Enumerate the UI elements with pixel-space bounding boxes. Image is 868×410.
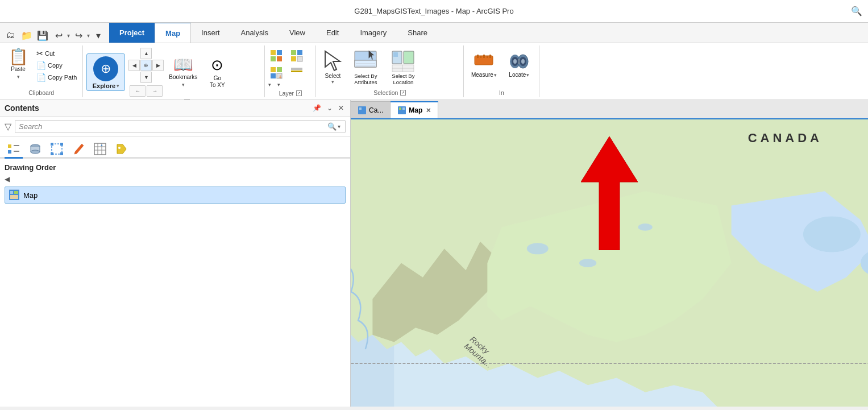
tree-expand-arrow[interactable]: ◀ xyxy=(5,175,10,183)
layer-tab-tag[interactable] xyxy=(113,140,131,159)
nav-down-button[interactable]: ▼ xyxy=(140,72,152,83)
collapse-button[interactable]: ⌄ xyxy=(325,103,334,113)
layer-drop2[interactable]: ▾ xyxy=(277,82,280,88)
selection-polygon-icon xyxy=(50,142,64,156)
layer-icon-1 xyxy=(269,49,283,63)
svg-point-38 xyxy=(513,59,517,64)
layer-btn-4[interactable] xyxy=(289,65,305,81)
drawing-order-section: Drawing Order ◀ Map xyxy=(0,159,350,208)
layer-group-content: + ▾ ▾ xyxy=(268,45,312,89)
measure-button[interactable]: Measure ▾ xyxy=(467,48,500,79)
tab-insert[interactable]: Insert xyxy=(191,22,231,43)
database-icon xyxy=(28,142,42,156)
bookmarks-button[interactable]: 📖 Bookmarks ▾ xyxy=(167,56,199,89)
main-area: Contents 📌 ⌄ ✕ ▽ 🔍 ▾ xyxy=(0,100,868,407)
svg-point-39 xyxy=(521,59,525,64)
open-button[interactable]: 📁 xyxy=(19,28,34,43)
catalog-icon xyxy=(358,106,367,115)
cut-button[interactable]: ✂ Cut xyxy=(34,48,79,59)
nav-back-button[interactable]: ← xyxy=(130,85,146,97)
close-panel-button[interactable]: ✕ xyxy=(337,103,346,113)
tab-analysis[interactable]: Analysis xyxy=(231,22,279,43)
select-by-location-button[interactable]: Select ByLocation xyxy=(385,48,421,87)
select-button[interactable]: Select ▾ xyxy=(319,48,346,86)
search-input[interactable] xyxy=(19,122,327,131)
svg-rect-40 xyxy=(8,144,11,148)
nav-up-button[interactable]: ▲ xyxy=(140,48,152,59)
table-icon: + xyxy=(93,142,107,156)
layer-tab-table[interactable]: + xyxy=(91,140,109,159)
paste-dropdown[interactable]: ▾ xyxy=(17,74,20,80)
map-tab-close[interactable]: ✕ xyxy=(426,107,431,114)
layer-group: + ▾ ▾ Layer ↗ xyxy=(265,45,316,97)
svg-point-75 xyxy=(527,243,549,254)
tab-map[interactable]: Map xyxy=(155,22,191,43)
layer-drop1[interactable]: ▾ xyxy=(268,82,271,88)
explore-dropdown[interactable]: ▾ xyxy=(117,83,119,89)
search-box[interactable]: 🔍 ▾ xyxy=(15,120,346,133)
redo-button[interactable]: ↪ xyxy=(71,28,86,43)
locate-button[interactable]: Locate ▾ xyxy=(502,48,535,79)
select-by-attributes-button[interactable]: Select ByAttributes xyxy=(348,48,383,87)
undo-button[interactable]: ↩ xyxy=(51,28,66,43)
goto-xy-button[interactable]: ⊙ GoTo XY xyxy=(202,55,232,90)
tag-icon xyxy=(115,142,128,156)
svg-text:+: + xyxy=(101,143,103,147)
search-icon[interactable]: 🔍 xyxy=(327,122,337,131)
catalog-tab[interactable]: Ca... xyxy=(351,101,391,118)
search-title-icon[interactable]: 🔍 xyxy=(851,6,862,16)
paste-label: Paste xyxy=(11,66,26,73)
cut-label: Cut xyxy=(45,50,55,57)
new-project-button[interactable]: 🗂 xyxy=(3,28,18,43)
selection-expand[interactable]: ↗ xyxy=(400,90,406,96)
tab-imagery[interactable]: Imagery xyxy=(350,22,397,43)
undo-dropdown[interactable]: ▾ xyxy=(67,32,70,39)
explore-button[interactable]: ⊕ Explore ▾ xyxy=(86,53,125,91)
svg-rect-30 xyxy=(483,55,485,58)
nav-left-button[interactable]: ◀ xyxy=(128,60,140,71)
tab-share[interactable]: Share xyxy=(397,22,438,43)
filter-icon[interactable]: ▽ xyxy=(5,121,11,132)
svg-rect-6 xyxy=(291,56,296,61)
customize-button[interactable]: ▾ xyxy=(91,28,106,43)
layer-btn-2[interactable] xyxy=(289,48,305,64)
tab-view[interactable]: View xyxy=(279,22,316,43)
bookmarks-dropdown[interactable]: ▾ xyxy=(182,82,185,88)
tab-project[interactable]: Project xyxy=(109,22,155,43)
map-tab-icon xyxy=(397,106,406,115)
paste-button[interactable]: 📋 Paste ▾ xyxy=(3,48,33,81)
svg-rect-29 xyxy=(480,56,481,58)
svg-point-77 xyxy=(638,223,653,231)
measure-dropdown[interactable]: ▾ xyxy=(494,72,497,78)
layer-tab-draw[interactable] xyxy=(69,140,88,159)
bookmarks-icon: 📖 xyxy=(173,57,193,73)
layer-tab-list[interactable] xyxy=(5,140,23,159)
svg-rect-28 xyxy=(477,55,479,58)
layer-tab-database[interactable] xyxy=(26,140,44,159)
copy-button[interactable]: 📄 Copy xyxy=(34,60,79,71)
pin-button[interactable]: 📌 xyxy=(311,103,323,113)
svg-rect-69 xyxy=(399,107,401,110)
nav-right-button[interactable]: ▶ xyxy=(152,60,164,71)
copy-path-button[interactable]: 📄 Copy Path xyxy=(34,72,79,83)
redo-dropdown[interactable]: ▾ xyxy=(87,32,90,39)
layer-btn-1[interactable] xyxy=(268,48,284,64)
navigate-group-content: ⊕ Explore ▾ ▲ ◀ ⊕ ▶ ▼ xyxy=(86,45,261,98)
navigate-group: ⊕ Explore ▾ ▲ ◀ ⊕ ▶ ▼ xyxy=(83,45,265,97)
save-button[interactable]: 💾 xyxy=(35,28,50,43)
tab-edit[interactable]: Edit xyxy=(316,22,350,43)
layer-expand[interactable]: ↗ xyxy=(296,90,302,96)
map-tab[interactable]: Map ✕ xyxy=(391,101,438,118)
explore-label: Explore xyxy=(93,82,115,89)
svg-rect-31 xyxy=(487,56,488,58)
locate-dropdown[interactable]: ▾ xyxy=(526,72,529,78)
select-dropdown[interactable]: ▾ xyxy=(331,79,334,85)
layer-tab-selection[interactable] xyxy=(48,140,66,159)
select-label: Select xyxy=(325,73,340,79)
search-dropdown[interactable]: ▾ xyxy=(337,123,342,130)
map-layer-item[interactable]: Map xyxy=(5,187,346,204)
nav-fwd-button[interactable]: → xyxy=(147,85,163,97)
nav-center-button[interactable]: ⊕ xyxy=(140,60,152,71)
layer-btn-add[interactable]: + xyxy=(268,65,284,81)
map-canvas[interactable]: CANADA RockyMounta... xyxy=(351,119,868,407)
